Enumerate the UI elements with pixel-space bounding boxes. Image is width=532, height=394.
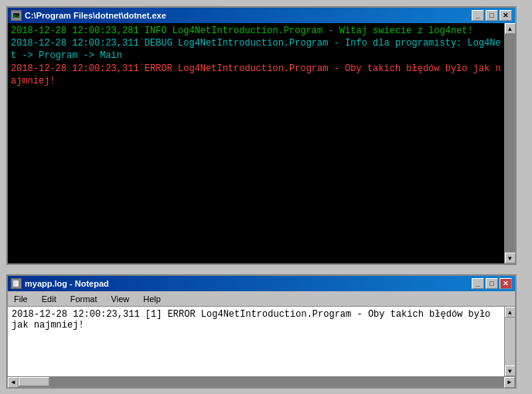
notepad-scroll-right[interactable]: ▶ (504, 377, 515, 388)
cmd-scroll-track (505, 34, 515, 253)
notepad-scroll-left[interactable]: ◀ (8, 377, 19, 388)
cmd-titlebar-buttons: _ □ ✕ (472, 10, 512, 21)
notepad-vscrollbar[interactable]: ▲ ▼ (504, 307, 515, 376)
notepad-window: myapp.log - Notepad _ □ ✕ File Edit Form… (6, 274, 517, 389)
notepad-hscroll-thumb[interactable] (19, 377, 49, 386)
cmd-close-button[interactable]: ✕ (500, 10, 512, 21)
menu-view[interactable]: View (108, 293, 133, 305)
log-line-debug: 2018-12-28 12:00:23,311`DEBUG Log4NetInt… (11, 37, 501, 62)
menu-file[interactable]: File (11, 293, 31, 305)
notepad-icon (11, 278, 22, 289)
cmd-title: C:\Program Files\dotnet\dotnet.exe (25, 11, 166, 20)
cmd-content-area: 2018-12-28 12:00:23,281`INFO Log4NetIntr… (8, 23, 515, 263)
notepad-title: myapp.log - Notepad (25, 279, 109, 288)
notepad-close-button[interactable]: ✕ (500, 278, 512, 289)
notepad-hscroll-track (19, 377, 504, 387)
cmd-minimize-button[interactable]: _ (472, 10, 484, 21)
notepad-scroll-track (505, 318, 515, 365)
cmd-scroll-down[interactable]: ▼ (505, 253, 516, 263)
notepad-titlebar: myapp.log - Notepad _ □ ✕ (8, 276, 515, 291)
cmd-titlebar-left: C> C:\Program Files\dotnet\dotnet.exe (11, 10, 166, 21)
cmd-window: C> C:\Program Files\dotnet\dotnet.exe _ … (6, 6, 517, 265)
cmd-maximize-button[interactable]: □ (486, 10, 498, 21)
log-line-info: 2018-12-28 12:00:23,281`INFO Log4NetIntr… (11, 25, 501, 37)
notepad-text[interactable]: 2018-12-28 12:00:23,311 [1] ERROR Log4Ne… (8, 307, 504, 376)
cmd-scroll-up[interactable]: ▲ (505, 23, 516, 34)
notepad-scroll-down[interactable]: ▼ (505, 365, 516, 376)
notepad-titlebar-buttons: _ □ ✕ (472, 278, 512, 289)
cmd-icon: C> (11, 10, 22, 21)
notepad-titlebar-left: myapp.log - Notepad (11, 278, 109, 289)
notepad-scroll-up[interactable]: ▲ (505, 307, 516, 318)
cmd-titlebar: C> C:\Program Files\dotnet\dotnet.exe _ … (8, 8, 515, 23)
notepad-maximize-button[interactable]: □ (486, 278, 498, 289)
notepad-menu: File Edit Format View Help (8, 291, 515, 307)
log-line-error: 2018-12-28 12:00:23,311`ERROR Log4NetInt… (11, 63, 501, 87)
svg-text:C>: C> (14, 14, 19, 19)
notepad-content-area: 2018-12-28 12:00:23,311 [1] ERROR Log4Ne… (8, 307, 515, 376)
cmd-scrollbar[interactable]: ▲ ▼ (504, 23, 515, 263)
menu-help[interactable]: Help (140, 293, 164, 305)
notepad-minimize-button[interactable]: _ (472, 278, 484, 289)
menu-edit[interactable]: Edit (39, 293, 60, 305)
menu-format[interactable]: Format (67, 293, 101, 305)
notepad-hscrollbar[interactable]: ◀ ▶ (8, 376, 515, 387)
